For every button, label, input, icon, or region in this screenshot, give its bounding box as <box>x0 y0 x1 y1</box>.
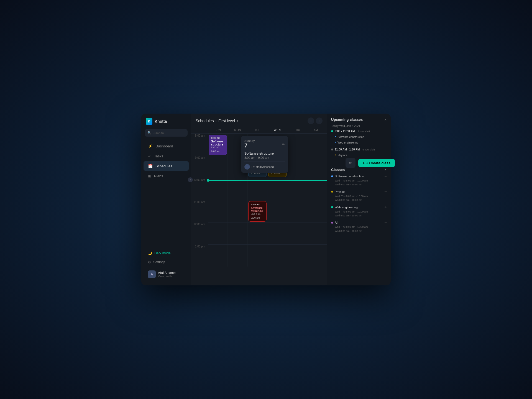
upcoming-title: Upcoming classes <box>331 117 363 122</box>
time-label-1: 9:00 - 11:30 AM <box>335 130 355 133</box>
sidebar: K Khotta 🔍 Jump to... ⚡ Dashboard ✓ Task… <box>141 114 191 285</box>
nav-item-schedules[interactable]: 📅 Schedules <box>144 161 189 171</box>
dashboard-icon: ⚡ <box>148 144 153 148</box>
search-icon: 🔍 <box>147 131 151 135</box>
time-slot-1pm: 1:00 pm <box>191 244 208 267</box>
event-end: 9:00 am <box>211 150 224 153</box>
time-left-1: 2 hours left <box>357 130 370 133</box>
popup-day: Sunday <box>244 139 255 142</box>
settings-item[interactable]: ⚙ Settings <box>144 258 189 267</box>
day-thu: THU <box>287 127 307 133</box>
nav-item-tasks[interactable]: ✓ Tasks <box>144 151 189 161</box>
class-schedule-web-2: Wed 8:00 am - 10:00 am <box>331 214 387 218</box>
teacher-name: Dr. Hadi Albosaad <box>252 165 274 168</box>
upcoming-class-web: Web engineering <box>331 140 387 145</box>
upcoming-date: Today Wed, Jan 6 2021 <box>331 124 387 127</box>
classes-section-header: Classes ∧ <box>331 168 387 172</box>
next-week-button[interactable]: › <box>316 117 323 124</box>
class-schedule-web-1: Wed, Thu 8:00 am - 10:00 am <box>331 210 387 214</box>
class-name-software: Software construction <box>335 175 364 178</box>
class-name-physics: Physics <box>335 190 345 193</box>
upcoming-section-header: Upcoming classes ∧ <box>331 117 387 122</box>
plans-icon: ⊞ <box>148 174 151 178</box>
right-panel: Upcoming classes ∧ Today Wed, Jan 6 2021… <box>327 114 391 285</box>
prev-week-button[interactable]: ‹ <box>308 117 314 124</box>
calendar-grid: 8:00 am 9:00 am 10:00 am 11:00 am 12:00 … <box>191 134 327 285</box>
edit-icon-button[interactable]: ✏ <box>346 158 355 168</box>
class-edit-ai[interactable]: ✏ <box>385 221 387 224</box>
view-profile-link[interactable]: View profile <box>158 275 177 278</box>
level-dropdown[interactable]: ▾ <box>237 119 238 123</box>
time-slot-12pm: 12:00 am <box>191 222 208 244</box>
class-edit-web[interactable]: ✏ <box>385 206 387 209</box>
time-slot-11am: 11:00 am <box>191 200 208 222</box>
gear-icon: ⚙ <box>148 260 151 264</box>
event-software-structure-tue-2[interactable]: 8:00 am Software structure Lab c-11 9:00… <box>248 201 267 222</box>
time-column: 8:00 am 9:00 am 10:00 am 11:00 am 12:00 … <box>191 134 208 285</box>
time-block-1: 9:00 - 11:30 AM 2 hours left Software co… <box>331 130 387 145</box>
upcoming-class-physics: Physics <box>331 152 387 158</box>
event-time-tue2: 8:00 am <box>251 203 264 206</box>
class-name-ai: AI <box>335 221 337 224</box>
time-slot-8am: 8:00 am <box>191 134 208 156</box>
popup-divider <box>244 162 285 162</box>
event-title-tue2: Software structure <box>251 206 264 213</box>
class-dot-ai <box>331 222 333 224</box>
day-wed: WEN <box>267 127 287 133</box>
time-line-dot <box>207 179 209 182</box>
class-schedule-physics-2: Wed 8:00 am - 10:00 am <box>331 198 387 202</box>
teacher-avatar <box>244 164 250 170</box>
classes-collapse-btn[interactable]: ∧ <box>384 168 387 172</box>
calendar-area: Schedules › First level ▾ ‹ › SUN MON TU… <box>191 114 327 285</box>
sidebar-collapse-button[interactable]: ‹ <box>188 177 193 182</box>
time-left-2: 5 hours left <box>362 148 375 151</box>
class-name-web: Web engineering <box>335 206 358 209</box>
popup-time: 8:00 am - 9:00 am <box>244 156 285 159</box>
upcoming-collapse-btn[interactable]: ∧ <box>384 118 387 122</box>
event-title: Software structure <box>211 140 224 146</box>
tasks-icon: ✓ <box>148 154 151 158</box>
time-block-2: 11:00 AM - 1:50 PM 5 hours left Physics <box>331 148 387 158</box>
class-schedule-physics-1: Wed, Thu 8:00 am - 10:00 am <box>331 194 387 198</box>
class-item-physics: Physics ✏ Wed, Thu 8:00 am - 10:00 am We… <box>331 190 387 202</box>
calendar-header: Schedules › First level ▾ ‹ › <box>191 114 327 127</box>
event-popup: Sunday 7 ✏ Software structure 8:00 am - … <box>241 136 288 173</box>
dark-mode-toggle[interactable]: 🌙 Dark mode <box>144 249 189 258</box>
popup-title: Software structure <box>244 152 285 155</box>
day-mon: MON <box>228 127 248 133</box>
moon-icon: 🌙 <box>148 251 152 255</box>
class-schedule-ai-2: Wed 8:00 am - 10:00 am <box>331 229 387 233</box>
time-slot-10am: 10:00 am <box>191 178 208 200</box>
nav-item-plans[interactable]: ⊞ Plans <box>144 171 189 181</box>
nav-item-dashboard[interactable]: ⚡ Dashboard <box>144 141 189 151</box>
time-slot-9am: 9:00 am <box>191 156 208 178</box>
event-sub: Lab c-11 <box>211 146 224 149</box>
logo-text: Khotta <box>155 119 167 124</box>
event-end-tue2: 9:00 am <box>251 216 264 219</box>
week-header: SUN MON TUE WEN THU SAT <box>191 127 327 134</box>
search-bar[interactable]: 🔍 Jump to... <box>145 129 188 137</box>
breadcrumb-separator: › <box>215 119 217 123</box>
search-placeholder: Jump to... <box>153 131 166 135</box>
event-software-structure-sun[interactable]: 8:00 am Software structure Lab c-11 9:00… <box>209 135 227 155</box>
user-name: Afaf Alsamel <box>158 271 177 275</box>
breadcrumb: Schedules › First level ▾ <box>196 119 238 123</box>
class-dot-software <box>331 175 333 177</box>
plus-icon: + <box>363 161 365 165</box>
pencil-icon: ✏ <box>349 161 352 165</box>
create-class-button[interactable]: + + Create class <box>358 159 395 167</box>
event-sub-tue2: Lab c-11 <box>251 213 264 215</box>
class-item-software: Software construction ✏ Wed, Thu 8:00 am… <box>331 175 387 187</box>
popup-edit-button[interactable]: ✏ <box>282 142 285 146</box>
class-edit-software[interactable]: ✏ <box>385 175 387 178</box>
user-profile[interactable]: A Afaf Alsamel View profile <box>144 268 189 281</box>
time-label-2: 11:00 AM - 1:50 PM <box>335 148 360 151</box>
day-sun: SUN <box>208 127 228 133</box>
time-dot-2 <box>331 149 333 150</box>
class-edit-physics[interactable]: ✏ <box>385 190 387 193</box>
event-time: 8:00 am <box>211 137 224 139</box>
class-schedule-software-1: Wed, Thu 8:00 am - 10:00 am <box>331 179 387 183</box>
popup-teacher: Dr. Hadi Albosaad <box>244 164 285 170</box>
class-item-web: Web engineering ✏ Wed, Thu 8:00 am - 10:… <box>331 206 387 218</box>
sidebar-logo: K Khotta <box>141 118 191 129</box>
